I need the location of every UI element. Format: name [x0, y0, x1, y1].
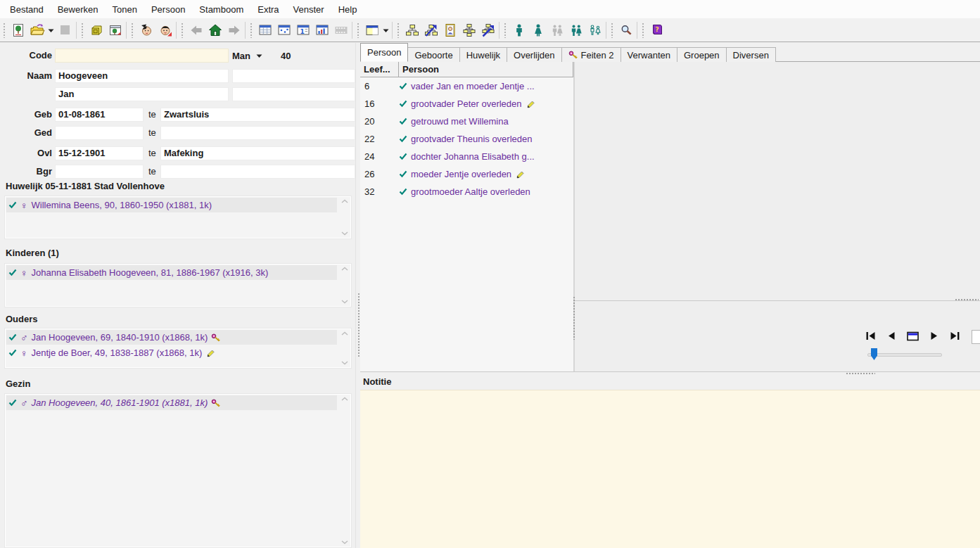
notitie-input[interactable]: [360, 390, 980, 548]
gezin-leden-button[interactable]: [585, 21, 604, 39]
event-row[interactable]: 32grootmoeder Aaltje overleden: [360, 183, 573, 200]
report-view-button[interactable]: [312, 21, 331, 39]
column-header-persoon[interactable]: Persoon: [399, 62, 573, 77]
toolbar-grip[interactable]: [3, 23, 6, 38]
window-layout-button[interactable]: [362, 21, 381, 39]
person-link-row[interactable]: ♀Johanna Elisabeth Hoogeveen, 81, 1886-1…: [6, 265, 337, 280]
next-person-button[interactable]: [155, 21, 174, 39]
toolbar-grip[interactable]: [397, 23, 400, 38]
overview-view-button[interactable]: [274, 21, 293, 39]
event-row[interactable]: 26moeder Jentje overleden: [360, 165, 573, 183]
toolbar-grip[interactable]: [131, 23, 134, 38]
open-file-button[interactable]: [27, 21, 46, 39]
menu-extra[interactable]: Extra: [250, 1, 286, 18]
previous-person-button[interactable]: [136, 21, 155, 39]
event-row[interactable]: 22grootvader Theunis overleden: [360, 130, 573, 148]
nieuwe-vrouw-button[interactable]: [528, 21, 547, 39]
toolbar-grip[interactable]: [642, 23, 645, 38]
zoom-slider-track[interactable]: [867, 353, 942, 357]
navigate-back-button[interactable]: [186, 21, 205, 39]
help-boek-button[interactable]: ?: [647, 21, 666, 39]
open-file-dropdown-button[interactable]: [46, 21, 56, 39]
parenteel-button[interactable]: [402, 21, 421, 39]
surname-extra-field[interactable]: [232, 69, 355, 83]
tab-groepen[interactable]: Groepen: [677, 47, 727, 62]
person-link-row[interactable]: ♂Jan Hoogeveen, 69, 1840-1910 (x1868, 1k…: [6, 330, 337, 345]
table-view-button[interactable]: [255, 21, 274, 39]
main-splitter[interactable]: [355, 43, 360, 548]
toolbar-grip[interactable]: [611, 23, 614, 38]
tab-feiten-2[interactable]: Feiten 2: [561, 47, 621, 62]
stop-button[interactable]: [56, 21, 75, 39]
tab-overlijden[interactable]: Overlijden: [507, 47, 562, 62]
person-link-row[interactable]: ♂Jan Hoogeveen, 40, 1861-1901 (x1881, 1k…: [6, 395, 337, 410]
koppel-button[interactable]: [566, 21, 585, 39]
scroll-down-icon[interactable]: [341, 231, 348, 236]
restore-button[interactable]: [106, 21, 125, 39]
media-counter-field[interactable]: [972, 330, 980, 344]
bgr-place-field[interactable]: [160, 165, 355, 179]
ovl-place-field[interactable]: Mafeking: [160, 146, 355, 160]
toolbar-grip[interactable]: [250, 23, 253, 38]
event-row[interactable]: 16grootvader Peter overleden: [360, 95, 573, 113]
tab-verwanten[interactable]: Verwanten: [621, 47, 677, 62]
tab-diversen[interactable]: Diversen: [726, 47, 776, 62]
scroll-up-icon[interactable]: [341, 199, 348, 203]
scroll-up-icon[interactable]: [341, 397, 348, 401]
ged-date-field[interactable]: [55, 126, 144, 140]
column-header-leeftijd[interactable]: Leef...: [360, 62, 399, 77]
scroll-down-icon[interactable]: [341, 361, 348, 365]
menu-tonen[interactable]: Tonen: [106, 1, 144, 18]
media-first-button[interactable]: [866, 331, 875, 343]
ged-place-field[interactable]: [160, 126, 355, 140]
tab-persoon[interactable]: Persoon: [360, 43, 408, 62]
media-detach-button[interactable]: [907, 331, 919, 343]
scroll-up-icon[interactable]: [341, 331, 348, 336]
event-row[interactable]: 20getrouwd met Willemina: [360, 113, 573, 130]
event-row[interactable]: 6vader Jan en moeder Jentje ...: [360, 77, 573, 95]
window-layout-dropdown-button[interactable]: [381, 21, 390, 39]
toolbar-grip[interactable]: [504, 23, 507, 38]
home-person-button[interactable]: [205, 21, 224, 39]
media-splitter[interactable]: [575, 300, 980, 301]
bgr-date-field[interactable]: [55, 165, 144, 179]
geb-place-field[interactable]: Zwartsluis: [160, 108, 355, 122]
firstname-field[interactable]: Jan: [55, 87, 229, 101]
scroll-up-icon[interactable]: [341, 267, 348, 271]
toolbar-grip[interactable]: [181, 23, 184, 38]
stamboom-schema-uit-button[interactable]: [478, 21, 497, 39]
surname-field[interactable]: Hoogeveen: [55, 69, 229, 83]
tab-geboorte[interactable]: Geboorte: [407, 47, 459, 62]
menu-help[interactable]: Help: [331, 1, 364, 18]
scroll-down-icon[interactable]: [341, 300, 348, 304]
person-link-row[interactable]: ♀Jentje de Boer, 49, 1838-1887 (x1868, 1…: [6, 345, 337, 360]
toolbar-grip[interactable]: [357, 23, 360, 38]
zoeken-button[interactable]: [616, 21, 635, 39]
filmstrip-view-button[interactable]: [331, 21, 350, 39]
persoonskaart-button[interactable]: [440, 21, 459, 39]
menu-bestand[interactable]: Bestand: [3, 1, 51, 18]
media-previous-button[interactable]: [887, 331, 895, 343]
zoom-slider[interactable]: [867, 348, 942, 361]
tab-huwelijk[interactable]: Huwelijk: [459, 47, 507, 62]
code-field[interactable]: [55, 49, 229, 63]
geb-date-field[interactable]: 01-08-1861: [55, 108, 144, 122]
toolbar-grip[interactable]: [81, 23, 84, 38]
menu-persoon[interactable]: Persoon: [144, 1, 192, 18]
media-last-button[interactable]: [950, 331, 960, 343]
media-next-button[interactable]: [931, 331, 938, 343]
firstname-extra-field[interactable]: [232, 87, 355, 101]
menu-bewerken[interactable]: Bewerken: [51, 1, 106, 18]
nieuwe-man-button[interactable]: [509, 21, 528, 39]
media-splitter-grip[interactable]: [955, 298, 979, 302]
gender-dropdown-icon[interactable]: [256, 53, 262, 58]
zoom-slider-handle[interactable]: [871, 348, 877, 360]
stamboom-schema-button[interactable]: [459, 21, 478, 39]
backup-button[interactable]: [87, 21, 106, 39]
koppel-uit-button[interactable]: [547, 21, 566, 39]
menu-venster[interactable]: Venster: [286, 1, 331, 18]
ovl-date-field[interactable]: 15-12-1901: [55, 146, 144, 160]
calendar-view-button[interactable]: 1: [293, 21, 312, 39]
menu-stamboom[interactable]: Stamboom: [192, 1, 250, 18]
navigate-forward-button[interactable]: [224, 21, 243, 39]
